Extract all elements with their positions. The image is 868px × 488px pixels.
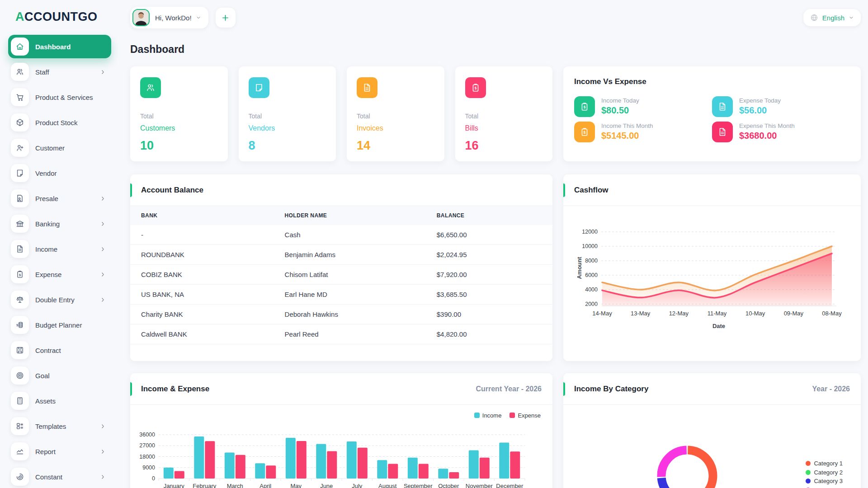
sidebar-item-vendor[interactable]: Vendor (8, 161, 111, 185)
stat-top-label: Total (140, 113, 218, 120)
file-text-icon (717, 102, 727, 112)
income-vs-expense-card: Income Vs Expense $ Income Today $80.50 … (563, 66, 861, 161)
sidebar-item-product-services[interactable]: Product & Services (8, 85, 111, 109)
income-expense-chart-header: Income & Expense Current Year - 2026 (130, 373, 552, 405)
topbar: Hi, WorkDo! English (130, 5, 861, 30)
cashflow-header: Cashflow (563, 174, 861, 206)
svg-text:2000: 2000 (585, 301, 598, 307)
income-by-category-donut (656, 444, 719, 488)
svg-text:09-May: 09-May (784, 310, 804, 317)
cell-balance: $7,920.00 (426, 265, 552, 285)
year-label: Year - 2026 (812, 385, 850, 393)
sidebar-item-goal[interactable]: Goal (8, 364, 111, 387)
account-balance-title: Account Balance (141, 186, 203, 195)
legend-category-1: Category 1 (806, 459, 843, 468)
sidebar-item-label: Presale (35, 195, 58, 202)
bar-income-january (164, 468, 174, 479)
bar-expense-april (266, 465, 276, 479)
sidebar-item-customer[interactable]: Customer (8, 136, 111, 160)
sidebar-item-label: Report (35, 448, 56, 455)
chevron-right-icon (100, 246, 106, 252)
svg-text:March: March (227, 483, 243, 488)
stat-value: 8 (249, 139, 326, 153)
legend-expense: Expense (509, 412, 541, 419)
chevron-right-icon (100, 474, 106, 480)
cell-balance: $4,820.00 (426, 324, 552, 344)
spiral-icon-tile (11, 468, 29, 486)
user-menu-button[interactable]: Hi, WorkDo! (130, 7, 208, 28)
cell-balance: $2,024.95 (426, 245, 552, 265)
sidebar-item-banking[interactable]: Banking (8, 212, 111, 235)
stat-top-label: Total (465, 113, 543, 120)
document-person-icon-tile (11, 189, 29, 207)
legend-category-3: Category 3 (806, 477, 843, 486)
cube-icon-tile (11, 113, 29, 131)
svg-text:$: $ (584, 131, 586, 135)
file-text-icon-tile (11, 240, 29, 258)
ive-value: $56.00 (739, 105, 781, 116)
table-row: - Cash $6,650.00 (130, 225, 552, 245)
bar-income-may (286, 438, 296, 479)
sidebar-item-income[interactable]: Income (8, 237, 111, 261)
stat-name: Bills (465, 124, 543, 132)
cashflow-title: Cashflow (574, 186, 609, 195)
cell-bank: COBIZ BANK (130, 265, 274, 285)
avatar-image (133, 10, 149, 25)
stat-cards: Total Customers 10 Total Vendors 8 Total… (130, 66, 552, 161)
users-icon-tile (140, 77, 161, 98)
floppy-icon (15, 346, 24, 355)
svg-text:August: August (378, 483, 397, 488)
sidebar-item-budget-planner[interactable]: $ Budget Planner (8, 313, 111, 337)
svg-text:December: December (496, 483, 524, 488)
clipboard-dollar-icon: $ (580, 102, 590, 112)
sidebar-item-product-stock[interactable]: Product Stock (8, 111, 111, 134)
file-text-icon (362, 83, 372, 93)
stat-value: 10 (140, 139, 218, 153)
account-balance-header: Account Balance (130, 174, 552, 206)
bar-income-march (225, 453, 235, 479)
sidebar-item-label: Banking (35, 220, 60, 228)
table-row: ROUNDBANK Benjamin Adams $2,024.95 (130, 245, 552, 265)
income-vs-expense-items: $ Income Today $80.50 Expense Today $56.… (574, 96, 850, 142)
bar-income-september (408, 458, 418, 479)
chevron-down-icon (196, 15, 201, 20)
stat-card-vendors: Total Vendors 8 (239, 66, 336, 161)
ive-item-income-this-month: $ Income This Month $5145.00 (574, 122, 712, 142)
legend-dot (806, 470, 811, 475)
sidebar-item-dashboard[interactable]: Dashboard (8, 35, 111, 58)
svg-text:June: June (320, 483, 333, 488)
sidebar-item-assets[interactable]: Assets (8, 389, 111, 413)
bar-income-october (438, 469, 448, 479)
income-by-category-title: Income By Category (574, 385, 648, 394)
sidebar-item-staff[interactable]: Staff (8, 60, 111, 84)
bar-expense-march (236, 455, 245, 479)
bar-expense-june (327, 451, 337, 479)
sidebar-item-presale[interactable]: Presale (8, 187, 111, 210)
svg-text:27000: 27000 (139, 442, 155, 449)
clipboard-dollar-icon: $ (471, 83, 481, 93)
sidebar-item-constant[interactable]: Constant (8, 465, 111, 488)
sidebar-item-expense[interactable]: $ Expense (8, 263, 111, 286)
language-selector[interactable]: English (803, 9, 861, 26)
dashboard-page: { "brand": { "logo_first": "A", "logo_re… (0, 0, 868, 488)
svg-text:9000: 9000 (142, 465, 155, 471)
chevron-right-icon (100, 246, 106, 252)
legend-dot (806, 461, 811, 466)
bar-income-june (316, 444, 326, 479)
bar-chart-area: 36000270001800090000JanuaryFebruaryMarch… (130, 430, 552, 488)
users-icon (15, 67, 24, 76)
sidebar-item-report[interactable]: Report (8, 440, 111, 463)
sidebar-item-double-entry[interactable]: Double Entry (8, 288, 111, 311)
svg-text:July: July (352, 483, 363, 488)
file-text-icon-tile (712, 122, 733, 142)
sidebar-item-contract[interactable]: Contract (8, 338, 111, 362)
svg-text:8000: 8000 (585, 258, 598, 264)
add-button[interactable] (216, 8, 236, 28)
chevron-right-icon (100, 221, 106, 227)
sidebar-item-label: Constant (35, 473, 62, 481)
svg-text:6000: 6000 (585, 272, 598, 278)
chevron-right-icon (100, 196, 106, 202)
sidebar-item-templates[interactable]: Templates (8, 414, 111, 438)
sidebar-item-label: Customer (35, 144, 65, 152)
bar-income-august (377, 460, 387, 479)
